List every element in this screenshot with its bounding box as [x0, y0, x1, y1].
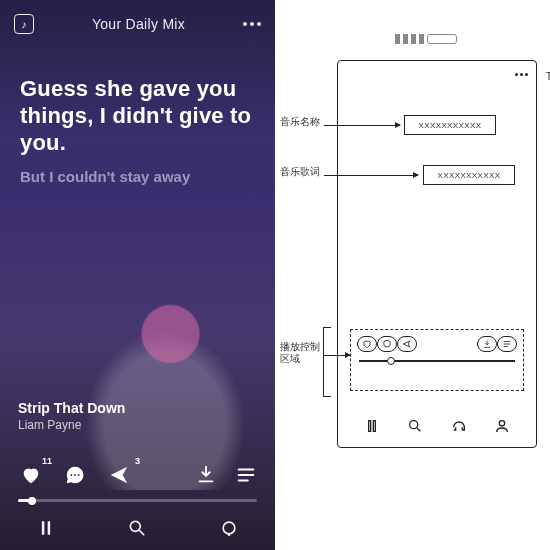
svg-point-7 — [410, 421, 418, 429]
tab-search[interactable] — [125, 516, 149, 540]
svg-point-4 — [223, 522, 235, 534]
playback-control-region — [350, 329, 524, 391]
wire-tab-profile-icon — [491, 417, 513, 435]
like-count-badge: 11 — [42, 456, 52, 466]
box-music-name: XXXXXXXXXXX — [404, 115, 496, 135]
share-count-badge: 3 — [135, 456, 140, 466]
ctrl-progress-knob — [387, 357, 395, 365]
track-info: Strip That Down Liam Payne — [18, 400, 125, 432]
share-icon — [108, 464, 130, 486]
search-icon — [127, 518, 147, 538]
arrow-to-lyric — [324, 175, 418, 176]
label-ctrl-line2: 区域 — [280, 353, 300, 364]
queue-button[interactable] — [235, 464, 257, 486]
progress-bar[interactable] — [18, 499, 257, 502]
wire-tabbar — [350, 417, 524, 435]
track-title: Strip That Down — [18, 400, 125, 416]
corner-marker: T — [546, 71, 550, 82]
ctrl-comment-icon — [377, 336, 397, 352]
tab-profile[interactable] — [217, 516, 241, 540]
ctrl-download-icon — [477, 336, 497, 352]
arrow-to-ctrl — [324, 355, 350, 356]
label-ctrl-line1: 播放控制 — [280, 341, 320, 352]
svg-point-3 — [131, 521, 141, 531]
music-player-screen: ♪ Your Daily Mix Guess she gave you thin… — [0, 0, 275, 550]
label-music-name: 音乐名称 — [280, 115, 320, 129]
wire-tab-pause-icon — [361, 417, 383, 435]
like-button[interactable]: 11 — [18, 462, 44, 488]
svg-point-6 — [384, 340, 391, 347]
svg-point-1 — [74, 474, 76, 476]
control-icons-row — [351, 330, 523, 352]
brace-ctrl — [323, 327, 331, 397]
status-bar-sketch — [395, 34, 457, 44]
phone-frame: T 音乐名称 XXXXXXXXXXX 音乐歌词 XXXXXXXXXXX 播放控制… — [337, 60, 537, 448]
track-artist: Liam Payne — [18, 418, 125, 432]
playlist-icon — [235, 464, 257, 486]
ctrl-like-icon — [357, 336, 377, 352]
player-actions-row: 11 3 — [0, 462, 275, 488]
bottom-tabbar — [0, 506, 275, 550]
more-dots-sketch — [515, 73, 528, 76]
more-options-button[interactable] — [243, 22, 261, 26]
label-music-lyric: 音乐歌词 — [280, 165, 320, 179]
label-playback-control: 播放控制 区域 — [280, 341, 320, 365]
progress-fill — [18, 499, 32, 502]
download-icon — [195, 464, 217, 486]
lyrics-area[interactable]: Guess she gave you things, I didn't give… — [0, 34, 275, 185]
app-logo-icon[interactable]: ♪ — [14, 14, 34, 34]
share-button[interactable]: 3 — [106, 462, 132, 488]
wire-tab-headphone-icon — [448, 417, 470, 435]
tab-pause[interactable] — [34, 516, 58, 540]
comment-icon — [64, 464, 86, 486]
ctrl-playlist-icon — [497, 336, 517, 352]
svg-point-2 — [78, 474, 80, 476]
lyric-next: But I couldn't stay away — [20, 168, 255, 185]
profile-ring-icon — [219, 518, 239, 538]
comment-button[interactable] — [62, 462, 88, 488]
svg-point-5 — [228, 533, 231, 536]
player-header: ♪ Your Daily Mix — [0, 0, 275, 34]
svg-point-8 — [500, 421, 505, 426]
box-music-lyric: XXXXXXXXXXX — [423, 165, 515, 185]
wireframe-diagram: T 音乐名称 XXXXXXXXXXX 音乐歌词 XXXXXXXXXXX 播放控制… — [275, 0, 550, 550]
pause-icon — [36, 518, 56, 538]
header-title: Your Daily Mix — [92, 16, 185, 32]
lyric-current: Guess she gave you things, I didn't give… — [20, 76, 255, 156]
arrow-to-name — [324, 125, 400, 126]
heart-icon — [20, 464, 42, 486]
svg-point-0 — [70, 474, 72, 476]
download-button[interactable] — [195, 464, 217, 486]
wire-tab-search-icon — [404, 417, 426, 435]
ctrl-progress-bar — [359, 360, 515, 362]
ctrl-share-icon — [397, 336, 417, 352]
progress-knob[interactable] — [28, 497, 36, 505]
